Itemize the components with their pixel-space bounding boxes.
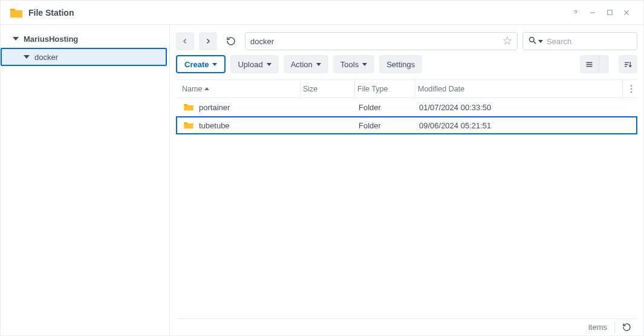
- cell-filetype: Folder: [356, 117, 417, 133]
- cell-name: portainer: [181, 99, 302, 115]
- caret-down-icon: [13, 37, 19, 41]
- cell-size: [302, 99, 356, 115]
- upload-button[interactable]: Upload: [230, 55, 278, 73]
- action-button[interactable]: Action: [284, 55, 328, 73]
- status-items: items: [588, 323, 607, 332]
- svg-line-7: [533, 41, 536, 44]
- tools-label: Tools: [340, 60, 359, 69]
- main-pane: docker Create: [170, 25, 643, 335]
- cell-modified: 09/06/2024 05:21:51: [417, 117, 622, 133]
- cell-filetype: Folder: [356, 99, 417, 115]
- app-icon: [9, 5, 24, 20]
- col-filetype[interactable]: File Type: [355, 80, 415, 97]
- create-button[interactable]: Create: [176, 55, 226, 73]
- folder-tree: MariusHosting docker: [1, 25, 170, 335]
- caret-down-icon: [24, 55, 30, 59]
- caret-down-icon: [538, 40, 543, 43]
- cell-size: [302, 117, 356, 133]
- view-dropdown-button[interactable]: [599, 55, 609, 73]
- favorite-icon[interactable]: [503, 36, 512, 47]
- refresh-button[interactable]: [222, 32, 240, 50]
- svg-point-0: [576, 15, 576, 15]
- action-label: Action: [291, 60, 313, 69]
- svg-point-16: [631, 88, 633, 90]
- nav-back-button[interactable]: [176, 32, 194, 50]
- caret-down-icon: [316, 63, 321, 66]
- close-button[interactable]: [618, 4, 635, 21]
- caret-down-icon: [362, 63, 367, 66]
- cell-name: tubetube: [181, 117, 302, 133]
- tree-root-label: MariusHosting: [24, 35, 166, 44]
- minimize-button[interactable]: [584, 4, 601, 21]
- col-name[interactable]: Name: [180, 80, 301, 97]
- sort-button[interactable]: [619, 55, 637, 73]
- search-icon: [528, 36, 537, 47]
- table-header: Name Size File Type Modified Date: [176, 80, 637, 98]
- maximize-button[interactable]: [601, 4, 618, 21]
- svg-point-15: [631, 85, 633, 87]
- svg-point-6: [530, 38, 535, 42]
- status-refresh-button[interactable]: [622, 323, 631, 332]
- nav-forward-button[interactable]: [199, 32, 217, 50]
- upload-label: Upload: [238, 60, 262, 69]
- svg-point-17: [631, 91, 633, 93]
- col-modified[interactable]: Modified Date: [415, 80, 623, 97]
- titlebar: File Station: [1, 1, 643, 25]
- caret-down-icon: [212, 63, 217, 66]
- search-input[interactable]: [547, 37, 644, 46]
- settings-label: Settings: [386, 60, 415, 69]
- file-name: portainer: [199, 103, 230, 112]
- window-title: File Station: [28, 8, 74, 18]
- tree-item-label: docker: [34, 53, 166, 62]
- search-box[interactable]: [522, 32, 637, 50]
- folder-icon: [183, 103, 194, 111]
- svg-marker-5: [504, 37, 511, 44]
- tree-item[interactable]: docker: [1, 48, 167, 66]
- status-bar: items: [176, 318, 637, 335]
- sort-asc-icon: [204, 87, 209, 90]
- tree-root[interactable]: MariusHosting: [1, 30, 167, 48]
- path-text: docker: [250, 37, 274, 46]
- view-list-button[interactable]: [580, 55, 599, 73]
- file-name: tubetube: [199, 121, 230, 130]
- svg-rect-2: [607, 10, 612, 15]
- caret-down-icon: [267, 63, 272, 66]
- create-label: Create: [184, 60, 209, 69]
- path-input[interactable]: docker: [245, 32, 518, 50]
- col-size[interactable]: Size: [301, 80, 355, 97]
- cell-modified: 01/07/2024 00:33:50: [417, 99, 622, 115]
- col-options[interactable]: [623, 80, 637, 97]
- file-table: Name Size File Type Modified Date portai…: [176, 79, 637, 318]
- table-row[interactable]: tubetubeFolder09/06/2024 05:21:51: [176, 116, 637, 134]
- folder-icon: [183, 121, 194, 130]
- tools-button[interactable]: Tools: [333, 55, 374, 73]
- table-row[interactable]: portainerFolder01/07/2024 00:33:50: [176, 98, 637, 116]
- help-button[interactable]: [567, 4, 584, 21]
- settings-button[interactable]: Settings: [379, 55, 422, 73]
- app-window: File Station MariusHosting docker: [0, 0, 644, 336]
